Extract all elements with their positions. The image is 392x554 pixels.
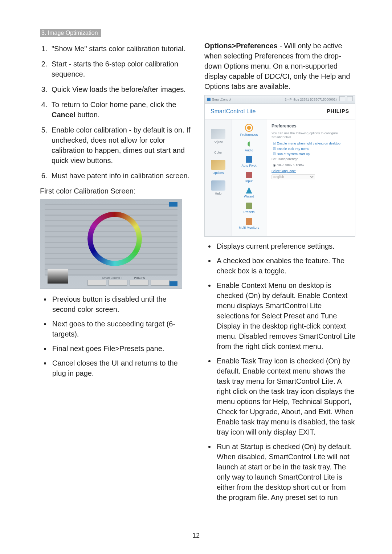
shot1-button	[151, 280, 170, 286]
left-bullet: Previous button is disabled until the se…	[51, 294, 191, 314]
close-icon	[347, 96, 353, 101]
left-bullets: Previous button is disabled until the se…	[40, 294, 191, 378]
subnav-label: Wizard	[244, 194, 254, 199]
nav-color: Color	[211, 150, 225, 155]
app-title: SmartControl Lite	[211, 107, 256, 115]
subnav-input: Input	[245, 172, 253, 184]
panel-hint: You can use the following options to con…	[271, 131, 350, 140]
right-bullet: Run at Startup is checked (On) by defaul…	[215, 441, 356, 502]
subnav-audio: Audio	[245, 141, 253, 153]
nav-adjust: Adjust	[211, 129, 225, 144]
two-column-layout: "Show Me" starts color calibration tutor…	[40, 41, 356, 507]
preferences-panel: Preferences You can use the following op…	[266, 119, 355, 237]
shot1-button	[87, 280, 106, 286]
titlebar-info: 2 - Philips 22581 (CS30715000001)	[231, 97, 339, 102]
language-select: English	[271, 174, 315, 179]
gear-icon	[245, 124, 253, 132]
check-run-startup: Run at system start-up	[273, 152, 350, 156]
nav-options: Options	[211, 160, 225, 175]
transparency-label: Set Transparency:	[271, 157, 350, 162]
right-bullet: Displays current preference settings.	[215, 241, 356, 251]
nav-label: Help	[215, 191, 222, 196]
calibration-screenshot: Smart Control II PHILIPS	[40, 199, 182, 289]
shot1-button-row	[87, 280, 170, 286]
subnav-label: Auto Pivot	[241, 163, 256, 168]
nav-column: Adjust Color Options Help	[205, 119, 232, 237]
step-6: Must have patent info in calibration scr…	[49, 171, 191, 181]
subnav-label: Audio	[245, 148, 253, 153]
left-bullet: Cancel closes the UI and returns to the …	[51, 358, 191, 378]
subnav-label: Input	[245, 179, 253, 184]
subnav-label: Preferences	[240, 133, 258, 137]
window-titlebar: SmartControl 2 - Philips 22581 (CS307150…	[205, 95, 355, 104]
brand-logo: PHILIPS	[327, 108, 349, 115]
window-buttons	[339, 96, 353, 103]
subnav-preferences: Preferences	[240, 124, 258, 137]
subnav-label: Multi Monitors	[239, 225, 259, 230]
check-context-menu: Enable menu when right clicking on deskt…	[273, 141, 350, 146]
section-header: 3. Image Optimization	[40, 29, 101, 37]
app-icon	[207, 98, 211, 101]
gray-gradient-swatch	[48, 269, 68, 284]
nav-help: Help	[211, 180, 225, 196]
help-icon	[339, 96, 345, 101]
shot1-button	[109, 280, 127, 286]
step-1: "Show Me" starts color calibration tutor…	[49, 44, 191, 54]
step-4: To return to Color home pane, click the …	[49, 99, 191, 120]
right-column: Options>Preferences - Will only be activ…	[204, 41, 356, 507]
adjust-icon	[211, 129, 225, 139]
left-bullet: Final next goes File>Presets pane.	[51, 343, 191, 354]
left-column: "Show Me" starts color calibration tutor…	[40, 41, 191, 507]
subnav-autopivot: Auto Pivot	[241, 156, 256, 168]
monitors-icon	[246, 218, 252, 225]
nav-label: Color	[214, 150, 222, 155]
titlebar-app-label: SmartControl	[212, 97, 231, 102]
subnav-label: Presets	[244, 210, 255, 215]
numbered-steps: "Show Me" starts color calibration tutor…	[40, 44, 191, 181]
preferences-screenshot: SmartControl 2 - Philips 22581 (CS307150…	[204, 95, 355, 237]
app-header: SmartControl Lite PHILIPS	[205, 104, 355, 119]
shot1-button	[130, 280, 148, 286]
hue-ring-icon	[87, 212, 142, 266]
step-5: Enable color calibration - by default is…	[49, 125, 191, 166]
page-number: 12	[0, 532, 392, 539]
right-bullets: Displays current preference settings. A …	[204, 241, 356, 502]
shot1-caption-left: Smart Control II	[102, 276, 122, 280]
blue-tab-icon	[169, 202, 177, 207]
shot1-caption-right: PHILIPS	[134, 276, 145, 280]
left-subhead: First color Calibration Screen:	[40, 186, 191, 196]
subnav-wizard: Wizard	[244, 187, 254, 199]
right-bullet: Enable Task Tray icon is checked (On) by…	[215, 356, 356, 437]
subnav-multimonitors: Multi Monitors	[239, 218, 259, 230]
options-icon	[211, 160, 225, 170]
help-icon	[211, 180, 225, 191]
pivot-icon	[246, 156, 252, 163]
right-intro-paragraph: Options>Preferences - Will only be activ…	[204, 41, 356, 91]
transparency-options: ◉ 0% ○ 50% ○ 100%	[273, 163, 350, 168]
presets-icon	[246, 203, 252, 209]
check-task-tray: Enable task tray menu	[273, 147, 350, 151]
right-bullet: Enable Context Menu on desktop is checke…	[215, 280, 356, 351]
panel-title: Preferences	[271, 123, 350, 129]
speaker-icon	[246, 141, 252, 147]
language-label: Select language:	[271, 169, 350, 174]
blue-tab-icon	[169, 281, 177, 286]
right-bullet: A checked box enables the feature. The c…	[215, 256, 356, 276]
input-icon	[246, 172, 252, 178]
wizard-icon	[246, 187, 252, 194]
left-bullet: Next goes to the succeeding target (6-ta…	[51, 319, 191, 339]
nav-label: Adjust	[213, 140, 222, 144]
page: 3. Image Optimization "Show Me" starts c…	[0, 0, 392, 554]
step-2: Start - starts the 6-step color calibrat…	[49, 59, 191, 79]
titlebar-app: SmartControl	[207, 97, 231, 102]
step-3: Quick View loads the before/after images…	[49, 84, 191, 94]
nav-label: Options	[212, 171, 224, 175]
subnav-column: Preferences Audio Auto Pivot Input Wizar…	[232, 119, 266, 237]
subnav-presets: Presets	[244, 203, 255, 215]
